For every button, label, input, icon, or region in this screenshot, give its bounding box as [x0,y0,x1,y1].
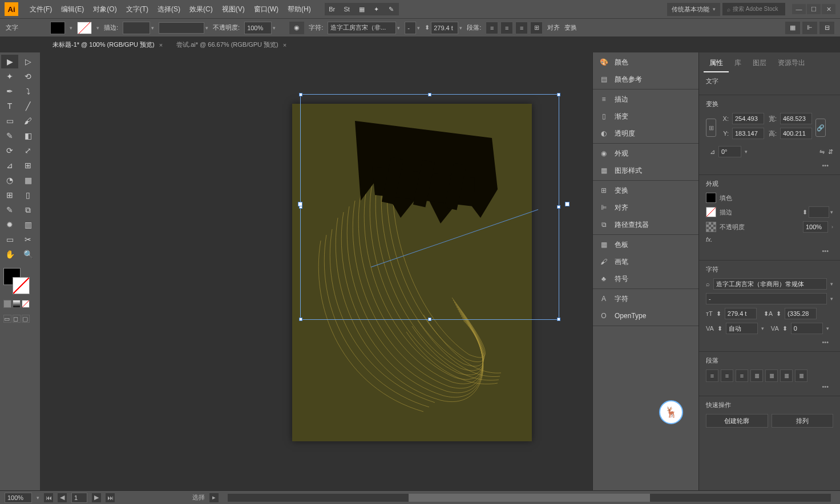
feather-icon[interactable]: ✎ [384,3,399,15]
more-icon[interactable]: ⊟ [819,22,834,34]
column-graph-tool[interactable]: ▥ [19,218,37,231]
color-mode[interactable] [3,300,11,308]
leading-input[interactable] [785,308,817,319]
font-size[interactable]: ⬍▾ [425,22,462,34]
blend-tool[interactable]: ⧉ [19,203,37,217]
panel-appearance[interactable]: ◉外观 [593,145,698,162]
panel-stroke[interactable]: ≡描边 [593,91,698,108]
recolor-icon[interactable]: ◉ [289,22,304,34]
next-artboard[interactable]: ▶ [92,493,101,502]
panel-brushes[interactable]: 🖌画笔 [593,253,698,270]
selection-bounding-box[interactable] [300,94,559,320]
menu-help[interactable]: 帮助(H) [283,5,316,14]
close-icon[interactable]: × [283,42,286,48]
bridge-icon[interactable]: Br [325,3,340,15]
reference-point[interactable]: ⊞ [706,119,716,137]
stroke-weight[interactable]: ⬍▾ [802,206,833,218]
align-left[interactable]: ≡ [486,22,498,34]
menu-edit[interactable]: 编辑(E) [56,5,88,14]
panel-swatches[interactable]: ▦色板 [593,236,698,253]
rectangle-tool[interactable]: ▭ [1,114,18,128]
menu-object[interactable]: 对象(O) [88,5,121,14]
last-artboard[interactable]: ⏭ [106,493,115,502]
workspace-selector[interactable]: 传统基本功能▾ [667,3,720,16]
artboard-tool[interactable]: ▭ [1,233,18,246]
more-options[interactable]: ••• [706,161,833,170]
lasso-tool[interactable]: ⟲ [19,70,37,83]
handle-tl[interactable] [299,93,302,96]
tab-layers[interactable]: 图层 [747,55,772,72]
para-justify-right[interactable]: ≣ [780,369,793,382]
panel-pathfinder[interactable]: ⧉路径查找器 [593,216,698,233]
angle-input[interactable] [718,146,741,157]
tab-document-2[interactable]: 尝试.ai* @ 66.67% (RGB/GPU 预览)× [169,37,293,52]
create-outlines-button[interactable]: 创建轮廓 [706,414,768,428]
panel-symbols[interactable]: ♣符号 [593,270,698,287]
pen-tool[interactable]: ✒ [1,84,18,98]
screen-present[interactable]: ▢ [22,315,30,323]
opacity-input[interactable]: ▾ [244,22,276,34]
menu-effect[interactable]: 效果(C) [185,5,217,14]
font-family-input[interactable] [713,278,827,290]
magic-wand-tool[interactable]: ✦ [1,70,18,83]
tracking-input[interactable] [791,323,823,334]
paintbrush-tool[interactable]: 🖌 [19,114,37,128]
para-justify-left[interactable]: ≣ [750,369,763,382]
tab-asset-export[interactable]: 资源导出 [772,55,811,72]
panel-color-guide[interactable]: ▤颜色参考 [593,71,698,88]
stroke-swatch[interactable] [77,22,92,34]
kerning-input[interactable] [726,323,758,334]
para-align-left[interactable]: ≡ [706,369,718,382]
shaper-tool[interactable]: ✎ [1,129,18,143]
x-input[interactable] [732,113,764,124]
more-options[interactable]: ••• [706,338,833,347]
handle-bl[interactable] [299,318,302,321]
handle-br[interactable] [557,318,560,321]
flip-v-icon[interactable]: ⇵ [828,148,833,156]
free-transform-tool[interactable]: ⊞ [19,158,37,172]
align-caps[interactable]: ⊞ [530,22,543,34]
zoom-tool[interactable]: 🔍 [19,247,37,261]
panel-graphic-styles[interactable]: ▦图形样式 [593,162,698,179]
panel-transform[interactable]: ⊞变换 [593,182,698,199]
mesh-tool[interactable]: ⊞ [1,188,18,202]
free-handle-left[interactable] [298,202,302,206]
width-tool[interactable]: ⊿ [1,158,18,172]
first-artboard[interactable]: ⏮ [44,493,53,502]
type-tool[interactable]: T [1,99,18,113]
fill-color-swatch[interactable] [706,193,716,203]
opacity-swatch[interactable] [706,222,716,232]
panel-gradient[interactable]: ▯渐变 [593,108,698,125]
para-align-right[interactable]: ≡ [736,369,748,382]
symbol-sprayer-tool[interactable]: ✹ [1,218,18,231]
flip-h-icon[interactable]: ⇋ [819,148,825,156]
menu-view[interactable]: 视图(V) [217,5,249,14]
curvature-tool[interactable]: ⤵ [19,84,37,98]
stroke-color[interactable] [13,277,30,294]
handle-bm[interactable] [428,318,431,321]
doc-setup-icon[interactable]: ▦ [785,22,800,34]
direct-selection-tool[interactable]: ▷ [19,55,37,68]
screen-normal[interactable]: ▭ [3,315,11,323]
free-handle-right[interactable] [565,202,570,206]
selection-tool[interactable]: ▶ [1,55,18,68]
status-more[interactable]: ▸ [209,493,219,502]
panel-opentype[interactable]: OOpenType [593,307,698,324]
tab-document-1[interactable]: 未标题-1* @ 100% (RGB/GPU 预览)× [46,37,169,52]
close-icon[interactable]: × [159,42,163,48]
gpu-icon[interactable]: ✦ [369,3,384,15]
gradient-mode[interactable] [13,300,21,308]
rotate-tool[interactable]: ⟳ [1,144,18,157]
hand-tool[interactable]: ✋ [1,247,18,261]
arrange-icon[interactable]: ▦ [354,3,369,15]
arrange-button[interactable]: 排列 [772,414,834,428]
fx-button[interactable]: fx. [706,236,713,243]
shape-builder-tool[interactable]: ◔ [1,173,18,187]
fill-swatch[interactable] [50,22,65,34]
gradient-tool[interactable]: ▯ [19,188,37,202]
para-justify-center[interactable]: ≣ [765,369,778,382]
opacity-value[interactable] [803,221,828,233]
font-size-input[interactable] [725,308,757,319]
handle-mr[interactable] [557,205,560,209]
eyedropper-tool[interactable]: ✎ [1,203,18,217]
